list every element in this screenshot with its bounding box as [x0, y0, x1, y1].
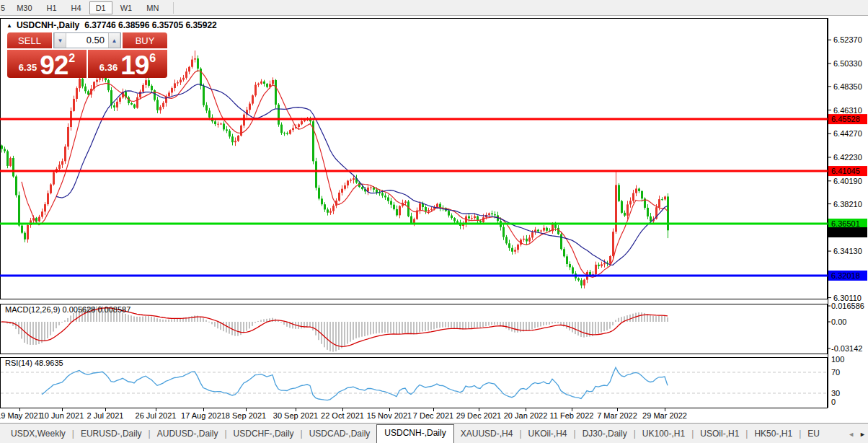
price-tick-label: 6.48350 [833, 82, 862, 91]
chart-tab-eu[interactable]: EU [801, 426, 826, 443]
timeframe-button-h4[interactable]: H4 [65, 1, 88, 14]
price-tick-label: 6.40190 [833, 177, 862, 185]
tab-scroll-arrows: ◄ ► [848, 431, 866, 438]
date-label: 15 Nov 2021 [367, 411, 412, 420]
price-tick-label: 6.50330 [833, 59, 862, 68]
timeframe-button-m30[interactable]: M30 [10, 1, 38, 14]
buy-price-prefix: 6.36 [99, 62, 118, 73]
date-label: 7 Mar 2022 [597, 411, 637, 420]
macd-indicator-label: MACD(12,26,9) 0.005628 0.008587 [5, 305, 130, 314]
sell-price-pips: 92 [40, 53, 68, 77]
macd-axis-label: -0.03142 [831, 344, 862, 353]
macd-axis-label: 0.016586 [831, 302, 864, 310]
price-tick-label: 6.52370 [833, 35, 862, 44]
hline-badge-label: 6.45528 [831, 115, 860, 123]
hline-badge-label: 6.36501 [831, 219, 860, 228]
symbol-tab-bar: USDX,Weekly|EURUSD-,Daily|AUDUSD-,Daily|… [0, 423, 868, 443]
one-click-trade-panel: SELL ▼ 0.50 ▲ BUY 6.35 92 2 6.36 19 6 [7, 32, 167, 78]
chart-tab-eurusd-daily[interactable]: EURUSD-,Daily [74, 426, 149, 443]
volume-stepper: ▼ 0.50 ▲ [53, 32, 121, 48]
hline-badge-label: 6.41045 [831, 167, 860, 175]
rsi-axis-label: 30 [831, 389, 840, 398]
price-tick-label: 6.30110 [833, 294, 862, 302]
chart-tab-usdx-weekly[interactable]: USDX,Weekly [4, 426, 72, 443]
timeframe-button-5[interactable]: 5 [0, 1, 9, 14]
chart-tab-usdcad-daily[interactable]: USDCAD-,Daily [303, 426, 377, 443]
chart-ohlc-values: 6.37746 6.38596 6.35705 6.35922 [84, 20, 217, 30]
price-tick-label: 6.34130 [833, 247, 862, 255]
timeframe-button-w1[interactable]: W1 [114, 1, 139, 14]
sell-price-point: 2 [68, 52, 75, 65]
chart-tab-usdchf-daily[interactable]: USDCHF-,Daily [227, 426, 301, 443]
rsi-panel [1, 358, 828, 408]
date-label: 30 Sep 2021 [273, 411, 318, 420]
buy-button[interactable]: BUY [123, 32, 167, 48]
chart-tab-audusd-daily[interactable]: AUDUSD-,Daily [151, 426, 225, 443]
timeframe-button-mn[interactable]: MN [140, 1, 165, 14]
macd-axis-label: 0.00 [831, 317, 846, 326]
date-label: 19 May 2021 [0, 411, 43, 420]
volume-input[interactable]: 0.50 [66, 33, 108, 48]
collapse-chart-icon[interactable]: ▲ [6, 22, 12, 29]
buy-price-display[interactable]: 6.36 19 6 [88, 50, 167, 78]
date-label: 11 Feb 2022 [550, 411, 594, 420]
timeframe-button-h1[interactable]: H1 [40, 1, 63, 14]
sell-button[interactable]: SELL [7, 32, 52, 48]
current-price-label: 6.35922 [831, 228, 860, 237]
date-label: 2 Jul 2021 [87, 411, 124, 420]
tab-scroll-left-icon[interactable]: ◄ [848, 431, 854, 438]
mt4-chart-window: 5M30H1H4D1W1MN ▲ USDCNH-,Daily 6.37746 6… [0, 0, 868, 443]
date-label: 7 Dec 2021 [413, 411, 453, 420]
date-label: 29 Mar 2022 [642, 411, 687, 420]
volume-decrease-icon[interactable]: ▼ [54, 33, 66, 48]
date-label: 22 Oct 2021 [321, 411, 364, 420]
chart-tab-usdcnh-daily[interactable]: USDCNH-,Daily [376, 424, 453, 443]
date-label: 10 Jun 2021 [40, 411, 84, 420]
timeframe-button-d1[interactable]: D1 [89, 1, 112, 14]
date-label: 29 Dec 2021 [456, 411, 501, 420]
price-tick-label: 6.46310 [833, 106, 862, 115]
chart-title: ▲ USDCNH-,Daily 6.37746 6.38596 6.35705 … [6, 20, 217, 30]
price-tick-label: 6.38210 [833, 200, 862, 209]
price-tick-label: 6.44270 [833, 129, 862, 138]
chart-tab-uk100-h1[interactable]: UK100-,H1 [636, 426, 691, 443]
chart-tab-usoil-h1[interactable]: USOil-,H1 [694, 426, 745, 443]
date-label: 26 Jul 2021 [136, 411, 177, 420]
hline-badge-label: 6.32018 [831, 271, 860, 280]
date-label: 17 Aug 2021 [181, 411, 226, 420]
rsi-axis-label: 0 [831, 398, 836, 406]
chart-tab-hk50-h1[interactable]: HK50-,H1 [748, 426, 799, 443]
chart-tab-xauusd-h4[interactable]: XAUUSD-,H4 [454, 426, 520, 443]
chart-symbol-period: USDCNH-,Daily [17, 20, 79, 30]
tab-scroll-right-icon[interactable]: ► [859, 431, 866, 438]
chart-tab-dj30-daily[interactable]: DJ30-,Daily [576, 426, 634, 443]
buy-price-pips: 19 [120, 53, 149, 77]
toolbar-separator [173, 2, 174, 14]
sell-price-prefix: 6.35 [19, 62, 37, 73]
date-label: 8 Sep 2021 [226, 411, 266, 420]
rsi-axis-label: 70 [831, 368, 840, 377]
rsi-indicator-label: RSI(14) 48.9635 [5, 359, 63, 367]
timeframe-toolbar: 5M30H1H4D1W1MN [0, 0, 868, 16]
price-tick-label: 6.42230 [833, 153, 862, 162]
rsi-axis-label: 100 [831, 355, 844, 364]
date-label: 20 Jan 2022 [504, 411, 548, 420]
volume-increase-icon[interactable]: ▲ [108, 33, 120, 48]
sell-price-display[interactable]: 6.35 92 2 [7, 50, 87, 78]
chart-tab-ukoil-h4[interactable]: UKOil-,H4 [522, 426, 574, 443]
buy-price-point: 6 [149, 52, 156, 65]
